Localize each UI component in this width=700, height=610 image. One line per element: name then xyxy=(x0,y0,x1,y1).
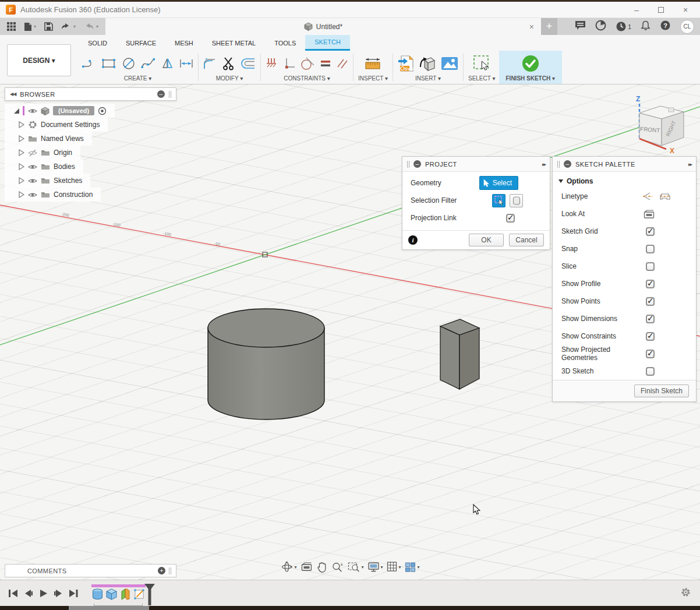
play-button[interactable] xyxy=(38,589,48,598)
collapse-triangle-icon[interactable] xyxy=(19,191,24,198)
timeline-cylinder-feature[interactable] xyxy=(91,588,104,601)
select-tool-icon[interactable] xyxy=(473,55,490,72)
visibility-eye-icon[interactable] xyxy=(28,192,37,198)
cylinder-body[interactable] xyxy=(208,309,324,419)
modify-menu-label[interactable]: MODIFY ▾ xyxy=(216,75,243,84)
visibility-eye-off-icon[interactable] xyxy=(28,149,37,157)
mirror-tool-icon[interactable] xyxy=(161,58,174,69)
go-to-start-button[interactable] xyxy=(8,589,18,598)
fillet-tool-icon[interactable] xyxy=(203,58,217,69)
browser-grip-handle[interactable] xyxy=(169,91,171,98)
comments-bar[interactable]: COMMENTS + xyxy=(5,564,176,577)
info-icon[interactable]: i xyxy=(408,235,418,245)
rectangle-tool-icon[interactable] xyxy=(101,58,116,69)
finish-sketch-label[interactable]: FINISH SKETCH ▾ xyxy=(506,75,555,84)
timeline-settings-gear-icon[interactable] xyxy=(681,587,691,600)
app-launcher-icon[interactable] xyxy=(7,22,16,31)
project-collapse-icon[interactable]: – xyxy=(413,160,421,168)
centerline-linetype-icon[interactable] xyxy=(659,192,671,201)
comments-bubble-icon[interactable] xyxy=(575,20,586,33)
zoom-tool[interactable]: ± xyxy=(331,562,344,573)
show-constraints-checkbox[interactable] xyxy=(646,332,655,341)
project-expand-icon[interactable]: ▸▸ xyxy=(542,161,545,167)
tab-surface[interactable]: SURFACE xyxy=(116,35,165,51)
look-at-tool[interactable] xyxy=(300,562,312,572)
display-settings-caret[interactable]: ▾ xyxy=(380,565,383,570)
collapse-triangle-icon[interactable] xyxy=(19,121,24,128)
parallel-constraint-icon[interactable] xyxy=(337,58,348,69)
tree-item-named-views[interactable]: Named Views xyxy=(5,132,92,146)
collapse-triangle-icon[interactable] xyxy=(19,177,24,184)
orbit-caret[interactable]: ▾ xyxy=(294,565,296,570)
offset-tool-icon[interactable] xyxy=(241,58,256,69)
view-cube[interactable]: Z FRONT RIGHT X xyxy=(628,92,699,156)
line-tool-icon[interactable] xyxy=(82,58,96,69)
bell-icon[interactable] xyxy=(641,20,650,33)
snap-checkbox[interactable] xyxy=(646,245,655,253)
visibility-eye-icon[interactable] xyxy=(28,108,37,114)
add-comment-icon[interactable]: + xyxy=(158,567,165,574)
document-tab[interactable]: Untitled* × xyxy=(105,18,541,35)
file-menu-icon[interactable]: ▾ xyxy=(24,22,36,31)
tree-item-origin[interactable]: Origin xyxy=(5,146,80,160)
tree-item-sketches[interactable]: Sketches xyxy=(5,174,90,188)
visibility-eye-icon[interactable] xyxy=(28,164,37,170)
grid-snap-caret[interactable]: ▾ xyxy=(399,565,401,570)
tree-item-bodies[interactable]: Bodies xyxy=(5,160,83,174)
circle-tool-icon[interactable] xyxy=(122,57,136,70)
tree-item-construction[interactable]: Construction xyxy=(5,188,101,202)
timeline-extrude-feature[interactable] xyxy=(119,588,132,601)
tree-item-document-settings[interactable]: Document Settings xyxy=(5,118,108,132)
browser-hide-icon[interactable]: – xyxy=(157,90,165,98)
root-document-name[interactable]: (Unsaved) xyxy=(53,106,94,115)
maximize-button[interactable] xyxy=(657,6,665,14)
viewports-caret[interactable]: ▾ xyxy=(418,565,420,570)
filter-bodies-button[interactable] xyxy=(510,194,523,207)
notification-center[interactable]: 1 xyxy=(616,21,631,32)
go-to-end-button[interactable] xyxy=(69,589,79,598)
show-projected-geometries-checkbox[interactable] xyxy=(646,350,655,358)
options-section-header[interactable]: Options xyxy=(553,172,696,188)
project-grip-handle[interactable] xyxy=(407,161,409,168)
pan-tool[interactable] xyxy=(316,562,327,573)
construction-linetype-icon[interactable] xyxy=(642,192,653,201)
tree-root-row[interactable]: (Unsaved) xyxy=(5,104,115,118)
3d-sketch-checkbox[interactable] xyxy=(646,367,655,376)
document-tab-close-icon[interactable]: × xyxy=(529,22,534,31)
collapse-triangle-icon[interactable] xyxy=(19,163,24,170)
redo-icon[interactable]: ▾ xyxy=(84,23,98,31)
tab-sketch[interactable]: SKETCH xyxy=(305,35,350,51)
select-menu-label[interactable]: SELECT ▾ xyxy=(468,75,496,84)
step-back-button[interactable] xyxy=(23,589,33,598)
new-tab-button[interactable]: + xyxy=(541,18,557,35)
timeline-box-feature[interactable] xyxy=(105,588,118,601)
visibility-eye-icon[interactable] xyxy=(28,178,37,184)
tab-mesh[interactable]: MESH xyxy=(165,35,203,51)
close-button[interactable]: × xyxy=(681,6,690,14)
user-avatar[interactable]: CL xyxy=(680,20,694,34)
finish-sketch-check-icon[interactable] xyxy=(521,54,540,73)
filter-sketch-entities-button[interactable] xyxy=(492,194,505,207)
palette-expand-icon[interactable]: ▸▸ xyxy=(688,161,691,167)
cancel-button[interactable]: Cancel xyxy=(509,234,544,246)
zoom-window-caret[interactable]: ▾ xyxy=(361,565,363,570)
inspect-menu-label[interactable]: INSPECT ▾ xyxy=(358,75,388,84)
look-at-icon[interactable] xyxy=(644,210,655,218)
insert-svg-icon[interactable]: SVG xyxy=(398,55,414,72)
step-forward-button[interactable] xyxy=(54,589,63,598)
geometry-select-button[interactable]: Select xyxy=(479,176,518,190)
projection-link-checkbox[interactable] xyxy=(506,214,515,223)
dimension-tool-icon[interactable] xyxy=(179,58,193,69)
job-status-icon[interactable] xyxy=(595,20,606,33)
save-icon[interactable] xyxy=(44,22,53,31)
sketch-grid-checkbox[interactable] xyxy=(646,227,655,236)
show-points-checkbox[interactable] xyxy=(646,297,655,306)
palette-collapse-icon[interactable]: – xyxy=(564,160,571,168)
expand-triangle-icon[interactable] xyxy=(14,108,19,114)
fix-constraint-icon[interactable] xyxy=(266,58,277,69)
undo-icon[interactable]: ▾ xyxy=(61,23,76,31)
minimize-button[interactable]: – xyxy=(632,6,641,14)
finish-sketch-button[interactable]: Finish Sketch xyxy=(634,385,689,397)
zoom-window-tool[interactable]: ▾ xyxy=(348,562,363,573)
timeline-playhead[interactable] xyxy=(144,584,155,608)
